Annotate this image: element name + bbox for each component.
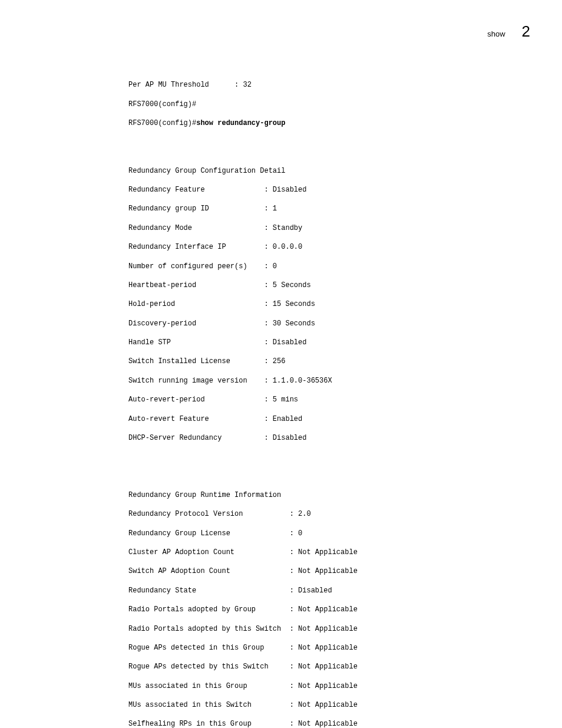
kv-val: : 0 bbox=[290, 529, 303, 538]
intro-command: show redundancy-group bbox=[196, 119, 285, 127]
kv-row: MUs associated in this Switch : Not Appl… bbox=[128, 700, 562, 710]
header-chapter-number: 2 bbox=[522, 21, 530, 42]
kv-key: Discovery-period bbox=[128, 319, 264, 328]
kv-key: Redundancy Mode bbox=[128, 224, 264, 232]
kv-row: Radio Portals adopted by Group : Not App… bbox=[128, 605, 562, 614]
kv-row: Hold-period : 15 Seconds bbox=[128, 299, 562, 309]
section-1-title: Redundancy Group Configuration Detail bbox=[128, 166, 562, 176]
kv-key: Hold-period bbox=[128, 300, 264, 308]
kv-key: Rogue APs detected by this Switch bbox=[128, 663, 290, 671]
kv-row: Rogue APs detected in this Group : Not A… bbox=[128, 643, 562, 653]
document-body: Per AP MU Threshold : 32 RFS7000(config)… bbox=[128, 71, 562, 728]
section-2-title: Redundancy Group Runtime Information bbox=[128, 490, 562, 500]
kv-row: Redundancy Interface IP : 0.0.0.0 bbox=[128, 242, 562, 252]
kv-row: Redundancy State : Disabled bbox=[128, 586, 562, 595]
kv-key: Auto-revert-period bbox=[128, 396, 264, 404]
kv-row: Number of configured peer(s) : 0 bbox=[128, 262, 562, 271]
kv-val: : Standby bbox=[264, 224, 302, 232]
kv-row: Auto-revert Feature : Enabled bbox=[128, 414, 562, 424]
kv-row: Selfhealing RPs in this Group : Not Appl… bbox=[128, 719, 562, 728]
kv-val: : 5 Seconds bbox=[264, 281, 310, 289]
kv-val: : 15 Seconds bbox=[264, 300, 315, 308]
kv-row: Rogue APs detected by this Switch : Not … bbox=[128, 662, 562, 671]
kv-row: DHCP-Server Redundancy : Disabled bbox=[128, 433, 562, 443]
kv-row: Cluster AP Adoption Count : Not Applicab… bbox=[128, 548, 562, 557]
intro-line-1: Per AP MU Threshold : 32 bbox=[128, 80, 562, 90]
kv-row: Switch running image version : 1.1.0.0-3… bbox=[128, 376, 562, 386]
kv-row: Radio Portals adopted by this Switch : N… bbox=[128, 624, 562, 634]
kv-val: : Disabled bbox=[290, 587, 332, 595]
kv-key: Auto-revert Feature bbox=[128, 415, 264, 423]
kv-row: Redundancy Protocol Version : 2.0 bbox=[128, 509, 562, 519]
kv-key: Radio Portals adopted by Group bbox=[128, 605, 290, 614]
kv-val: : Disabled bbox=[264, 434, 306, 442]
kv-val: : Not Applicable bbox=[290, 682, 358, 690]
kv-val: : Disabled bbox=[264, 338, 306, 347]
kv-row: Auto-revert-period : 5 mins bbox=[128, 395, 562, 404]
kv-row: Handle STP : Disabled bbox=[128, 338, 562, 347]
kv-val: : Enabled bbox=[264, 415, 302, 423]
kv-row: Switch AP Adoption Count : Not Applicabl… bbox=[128, 566, 562, 576]
intro-line-2: RFS7000(config)# bbox=[128, 100, 562, 109]
kv-val: : Not Applicable bbox=[290, 720, 358, 728]
kv-val: : 2.0 bbox=[290, 510, 311, 518]
kv-row: MUs associated in this Group : Not Appli… bbox=[128, 681, 562, 691]
kv-key: Number of configured peer(s) bbox=[128, 262, 264, 271]
kv-key: DHCP-Server Redundancy bbox=[128, 434, 264, 442]
kv-key: Handle STP bbox=[128, 338, 264, 347]
kv-row: Redundancy Feature : Disabled bbox=[128, 185, 562, 195]
kv-key: Redundancy Group License bbox=[128, 529, 290, 538]
kv-key: Redundancy State bbox=[128, 587, 290, 595]
kv-key: MUs associated in this Switch bbox=[128, 701, 290, 709]
intro-prompt: RFS7000(config)# bbox=[128, 119, 196, 127]
kv-key: Switch AP Adoption Count bbox=[128, 567, 290, 575]
kv-val: : 30 Seconds bbox=[264, 319, 315, 328]
section-2: Redundancy Group Runtime Information Red… bbox=[128, 481, 562, 728]
kv-val: : Not Applicable bbox=[290, 701, 358, 709]
kv-row: Redundancy Mode : Standby bbox=[128, 223, 562, 233]
kv-val: : 1.1.0.0-36536X bbox=[264, 377, 332, 385]
kv-val: : 1 bbox=[264, 205, 277, 213]
kv-val: : Not Applicable bbox=[290, 625, 358, 633]
kv-key: Switch running image version bbox=[128, 377, 264, 385]
kv-val: : Not Applicable bbox=[290, 567, 358, 575]
kv-key: Heartbeat-period bbox=[128, 281, 264, 289]
kv-row: Switch Installed License : 256 bbox=[128, 357, 562, 366]
page-header: show 2 bbox=[487, 21, 530, 42]
kv-val: : 256 bbox=[264, 357, 285, 365]
section-1: Redundancy Group Configuration Detail Re… bbox=[128, 157, 562, 453]
kv-key: Switch Installed License bbox=[128, 357, 264, 365]
kv-val: : Not Applicable bbox=[290, 605, 358, 614]
kv-val: : Disabled bbox=[264, 186, 306, 194]
kv-key: Cluster AP Adoption Count bbox=[128, 548, 290, 556]
kv-key: Radio Portals adopted by this Switch bbox=[128, 625, 290, 633]
kv-key: Rogue APs detected in this Group bbox=[128, 644, 290, 652]
kv-row: Discovery-period : 30 Seconds bbox=[128, 319, 562, 328]
kv-key: Redundancy Feature bbox=[128, 186, 264, 194]
kv-row: Redundancy group ID : 1 bbox=[128, 204, 562, 213]
kv-key: Redundancy Protocol Version bbox=[128, 510, 290, 518]
kv-val: : 0.0.0.0 bbox=[264, 243, 302, 251]
kv-val: : 5 mins bbox=[264, 396, 298, 404]
kv-key: Selfhealing RPs in this Group bbox=[128, 720, 290, 728]
intro-line-3: RFS7000(config)#show redundancy-group bbox=[128, 118, 562, 128]
kv-row: Heartbeat-period : 5 Seconds bbox=[128, 281, 562, 290]
kv-row: Redundancy Group License : 0 bbox=[128, 529, 562, 538]
kv-key: Redundancy Interface IP bbox=[128, 243, 264, 251]
header-label: show bbox=[487, 29, 505, 39]
kv-key: MUs associated in this Group bbox=[128, 682, 290, 690]
kv-key: Redundancy group ID bbox=[128, 205, 264, 213]
kv-val: : Not Applicable bbox=[290, 548, 358, 556]
kv-val: : Not Applicable bbox=[290, 663, 358, 671]
kv-val: : Not Applicable bbox=[290, 644, 358, 652]
kv-val: : 0 bbox=[264, 262, 277, 271]
